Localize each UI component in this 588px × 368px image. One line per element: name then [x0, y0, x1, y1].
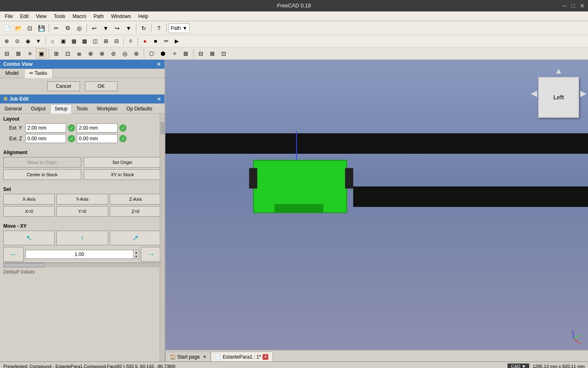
tb-refresh[interactable]: ↻: [138, 23, 149, 34]
tb-path-post[interactable]: ⊟: [196, 48, 206, 59]
tb-path-4[interactable]: ⊞: [51, 48, 62, 59]
z-axis-button[interactable]: Z-Axis: [110, 194, 161, 204]
menu-tools[interactable]: Tools: [51, 13, 69, 20]
tb-right[interactable]: ▩: [80, 36, 89, 46]
menu-view[interactable]: View: [33, 13, 50, 20]
menu-file[interactable]: File: [2, 13, 16, 20]
move-to-origin-button[interactable]: Move to Origin: [3, 157, 81, 168]
cancel-button[interactable]: Cancel: [47, 81, 80, 91]
job-tab-tools[interactable]: Tools: [72, 104, 92, 113]
move-upright-button[interactable]: ↗: [110, 231, 161, 245]
tb-fit-all[interactable]: ⊕: [2, 36, 11, 46]
ext-z-input-2[interactable]: [77, 134, 118, 143]
tab-model[interactable]: Model: [0, 69, 24, 78]
y-zero-button[interactable]: Y=0: [56, 206, 108, 217]
tb-path-10[interactable]: ◎: [120, 48, 130, 59]
move-right-button[interactable]: →: [141, 247, 161, 262]
menu-path[interactable]: Path: [90, 13, 107, 20]
tb-path-8[interactable]: ⊗: [97, 48, 107, 59]
tb-fit-selection[interactable]: ⊙: [12, 36, 22, 46]
viewport[interactable]: ▲ ◀ Left ▶ ▼ X Y Z 🏠 Start page ✕: [165, 60, 588, 361]
menu-help[interactable]: Help: [135, 13, 152, 20]
vp-tab-start[interactable]: 🏠 Start page ✕: [165, 352, 211, 361]
tb-path-3[interactable]: ≡: [24, 48, 35, 59]
job-tab-op-defaults[interactable]: Op Defaults: [122, 104, 157, 113]
menu-macro[interactable]: Macro: [69, 13, 89, 20]
tb-path[interactable]: ◎: [74, 23, 85, 34]
menu-windows[interactable]: Windows: [108, 13, 134, 20]
tb-path-6[interactable]: ≣: [74, 48, 85, 59]
minimize-button[interactable]: ─: [563, 0, 567, 11]
tb-path-7[interactable]: ⊕: [85, 48, 96, 59]
vertical-scrollbar[interactable]: [160, 114, 165, 361]
tb-path-post2[interactable]: ⊠: [207, 48, 218, 59]
h-scrollbar-thumb[interactable]: [3, 263, 44, 267]
move-upleft-button[interactable]: ↖: [3, 231, 55, 245]
nav-arrow-left[interactable]: ◀: [531, 88, 537, 98]
tb-path-dress-up4[interactable]: ⊠: [180, 48, 191, 59]
tb-path-active[interactable]: ▣: [36, 48, 47, 59]
tb-undo-arrow[interactable]: ▼: [100, 23, 111, 34]
move-up-button[interactable]: ↑: [56, 231, 108, 245]
tb-save[interactable]: 💾: [36, 23, 47, 34]
tb-copy[interactable]: ⧉: [62, 23, 73, 34]
nav-arrow-right[interactable]: ▶: [580, 88, 586, 98]
move-step-input[interactable]: [25, 250, 134, 259]
ok-button[interactable]: OK: [85, 81, 118, 91]
tb-redo[interactable]: ↪: [112, 23, 122, 34]
tb-play[interactable]: ▶: [172, 36, 182, 46]
tb-path-post3[interactable]: ⊡: [218, 48, 229, 59]
x-zero-button[interactable]: X=0: [3, 206, 55, 217]
nav-arrow-down[interactable]: ▼: [555, 111, 563, 120]
menu-edit[interactable]: Edit: [17, 13, 32, 20]
tb-path-dress-up2[interactable]: ⬢: [158, 48, 168, 59]
tb-new[interactable]: 📄: [2, 23, 12, 34]
ext-y-input-1[interactable]: [25, 123, 66, 132]
tb-select-face[interactable]: ◊: [126, 36, 136, 46]
xy-in-stock-button[interactable]: XY in Stock: [84, 169, 162, 180]
job-tab-general[interactable]: General: [0, 104, 27, 113]
combo-view-close[interactable]: ✕: [156, 61, 161, 67]
tb-draw-style[interactable]: ◉: [23, 36, 33, 46]
tb-path-9[interactable]: ⊘: [108, 48, 119, 59]
step-up[interactable]: ▲: [134, 250, 139, 254]
maximize-button[interactable]: □: [572, 0, 575, 11]
tb-cut[interactable]: ✂: [51, 23, 62, 34]
move-left-button[interactable]: ←: [3, 247, 24, 262]
tb-home-view[interactable]: ⌂: [48, 36, 58, 46]
job-tab-output[interactable]: Output: [27, 104, 50, 113]
job-edit-close[interactable]: ✕: [157, 96, 161, 102]
ext-y-input-2[interactable]: [77, 123, 118, 132]
tb-left[interactable]: ⊟: [111, 36, 121, 46]
ext-z-input-1[interactable]: [25, 134, 66, 143]
close-button[interactable]: ✕: [580, 0, 585, 11]
tb-bottom[interactable]: ⊞: [101, 36, 111, 46]
tb-stop[interactable]: ■: [151, 36, 160, 46]
z-zero-button[interactable]: Z=0: [110, 206, 161, 217]
tb-path-2[interactable]: ⊠: [13, 48, 24, 59]
y-axis-button[interactable]: Y-Axis: [56, 194, 108, 204]
tb-redo-arrow[interactable]: ▼: [123, 23, 134, 34]
tb-help[interactable]: ?: [154, 23, 164, 34]
cad-button[interactable]: CAD ▼: [508, 364, 529, 368]
set-origin-button[interactable]: Set Origin: [84, 157, 162, 168]
tb-draw-style-arrow[interactable]: ▼: [33, 36, 43, 46]
vp-tab-estante[interactable]: 📄 EstantePara1 : 1* ✕: [211, 352, 273, 361]
workbench-dropdown[interactable]: Path ▼: [169, 23, 189, 33]
tb-path-dress-up[interactable]: ⬡: [146, 48, 157, 59]
tb-undo[interactable]: ↩: [89, 23, 100, 34]
tab-tasks[interactable]: ✏ Tasks: [24, 69, 53, 78]
nav-cube[interactable]: ▲ ◀ Left ▶ ▼: [534, 65, 583, 122]
tb-save-as[interactable]: ⊡: [24, 23, 35, 34]
tb-macro-edit[interactable]: ✏: [161, 36, 171, 46]
nav-arrow-up[interactable]: ▲: [555, 66, 563, 76]
move-step-stepper[interactable]: ▲ ▼: [134, 250, 139, 259]
tb-record[interactable]: ●: [140, 36, 150, 46]
tb-front[interactable]: ▣: [58, 36, 68, 46]
tb-top[interactable]: ▦: [69, 36, 79, 46]
center-in-stock-button[interactable]: Center in Stock: [3, 169, 81, 180]
tb-path-1[interactable]: ⊟: [2, 48, 12, 59]
tb-rear[interactable]: ◫: [90, 36, 100, 46]
tb-path-5[interactable]: ⊡: [62, 48, 73, 59]
step-down[interactable]: ▼: [134, 254, 139, 258]
